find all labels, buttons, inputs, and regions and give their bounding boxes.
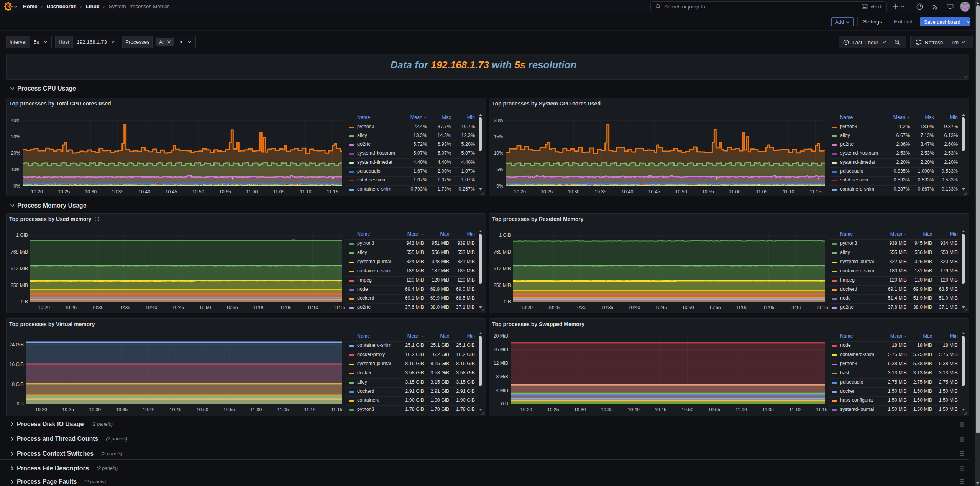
- svg-text:256 MiB: 256 MiB: [11, 283, 28, 288]
- svg-text:10:25: 10:25: [547, 407, 559, 412]
- svg-text:10:20: 10:20: [31, 189, 43, 194]
- svg-text:512 MiB: 512 MiB: [494, 266, 511, 271]
- svg-text:15%: 15%: [494, 134, 503, 140]
- svg-text:11:10: 11:10: [300, 189, 312, 194]
- svg-text:10:40: 10:40: [629, 305, 640, 310]
- svg-text:10:45: 10:45: [655, 305, 667, 310]
- svg-text:10:50: 10:50: [199, 305, 211, 310]
- svg-text:11:15: 11:15: [331, 407, 343, 412]
- svg-text:11:15: 11:15: [334, 305, 345, 310]
- svg-text:10:20: 10:20: [520, 407, 532, 412]
- svg-text:11:10: 11:10: [307, 305, 318, 310]
- svg-text:10:25: 10:25: [62, 407, 74, 412]
- svg-text:16 MiB: 16 MiB: [494, 347, 508, 352]
- svg-text:10:55: 10:55: [219, 189, 231, 194]
- svg-text:10:50: 10:50: [675, 189, 687, 194]
- svg-text:10:30: 10:30: [568, 189, 579, 194]
- svg-text:1 GiB: 1 GiB: [16, 232, 28, 238]
- svg-text:8 GiB: 8 GiB: [12, 382, 24, 387]
- svg-text:10%: 10%: [494, 150, 503, 156]
- svg-text:10:35: 10:35: [112, 189, 123, 194]
- svg-text:11:00: 11:00: [250, 407, 262, 412]
- svg-text:5%: 5%: [496, 167, 503, 172]
- svg-text:0%: 0%: [496, 183, 503, 189]
- svg-text:10:25: 10:25: [548, 305, 560, 310]
- svg-text:11:00: 11:00: [246, 189, 258, 194]
- svg-text:10:55: 10:55: [226, 305, 238, 310]
- svg-text:0 B: 0 B: [504, 299, 511, 305]
- svg-text:10:45: 10:45: [172, 305, 184, 310]
- svg-text:11:10: 11:10: [789, 407, 801, 412]
- svg-text:768 MiB: 768 MiB: [11, 249, 28, 255]
- svg-text:11:10: 11:10: [304, 407, 316, 412]
- svg-text:10:30: 10:30: [85, 189, 97, 194]
- svg-text:10:35: 10:35: [601, 407, 613, 412]
- svg-text:10:45: 10:45: [648, 189, 660, 194]
- svg-text:11:15: 11:15: [810, 189, 821, 194]
- svg-text:10:35: 10:35: [118, 305, 130, 310]
- svg-text:30%: 30%: [11, 134, 20, 140]
- svg-text:10:20: 10:20: [521, 305, 533, 310]
- svg-text:24 GiB: 24 GiB: [9, 342, 24, 348]
- svg-text:4 MiB: 4 MiB: [496, 388, 508, 393]
- svg-text:11:00: 11:00: [735, 407, 747, 412]
- svg-text:256 MiB: 256 MiB: [494, 283, 511, 288]
- svg-text:10:40: 10:40: [139, 189, 151, 194]
- svg-text:10:20: 10:20: [38, 305, 50, 310]
- svg-text:10:40: 10:40: [146, 305, 158, 310]
- svg-text:11:00: 11:00: [729, 189, 740, 194]
- svg-text:11:10: 11:10: [783, 189, 795, 194]
- svg-text:0 B: 0 B: [21, 299, 28, 305]
- svg-text:11:00: 11:00: [736, 305, 747, 310]
- svg-text:10:35: 10:35: [601, 305, 613, 310]
- svg-text:11:05: 11:05: [756, 189, 767, 194]
- svg-text:12 MiB: 12 MiB: [494, 361, 508, 366]
- svg-text:512 MiB: 512 MiB: [11, 266, 28, 271]
- svg-text:11:10: 11:10: [790, 305, 801, 310]
- svg-text:10:25: 10:25: [58, 189, 70, 194]
- svg-text:8 MiB: 8 MiB: [496, 374, 508, 379]
- svg-text:10:55: 10:55: [223, 407, 235, 412]
- svg-text:10:50: 10:50: [192, 189, 204, 194]
- svg-text:10:45: 10:45: [166, 189, 177, 194]
- svg-text:11:15: 11:15: [327, 189, 338, 194]
- svg-text:10:50: 10:50: [681, 407, 693, 412]
- svg-text:11:05: 11:05: [762, 407, 774, 412]
- svg-text:10:30: 10:30: [92, 305, 103, 310]
- svg-text:11:05: 11:05: [277, 407, 289, 412]
- svg-text:10:55: 10:55: [708, 407, 720, 412]
- svg-text:10:35: 10:35: [116, 407, 128, 412]
- svg-text:11:05: 11:05: [280, 305, 291, 310]
- svg-text:10:40: 10:40: [622, 189, 634, 194]
- svg-text:20 MiB: 20 MiB: [494, 333, 508, 339]
- svg-text:10:20: 10:20: [35, 407, 47, 412]
- svg-text:768 MiB: 768 MiB: [494, 249, 511, 255]
- svg-text:10:30: 10:30: [574, 407, 586, 412]
- svg-text:10:25: 10:25: [65, 305, 77, 310]
- svg-text:11:00: 11:00: [253, 305, 264, 310]
- svg-text:10:45: 10:45: [655, 407, 666, 412]
- svg-text:10:45: 10:45: [170, 407, 182, 412]
- svg-text:11:05: 11:05: [763, 305, 774, 310]
- svg-text:10:50: 10:50: [197, 407, 208, 412]
- svg-text:10%: 10%: [11, 167, 20, 172]
- svg-text:0 B: 0 B: [17, 401, 24, 407]
- svg-text:40%: 40%: [11, 118, 20, 123]
- svg-text:0%: 0%: [13, 183, 20, 189]
- svg-text:10:30: 10:30: [89, 407, 101, 412]
- svg-text:10:55: 10:55: [709, 305, 721, 310]
- svg-text:10:50: 10:50: [682, 305, 694, 310]
- svg-text:11:15: 11:15: [817, 305, 828, 310]
- svg-text:0 B: 0 B: [501, 401, 508, 407]
- svg-text:10:35: 10:35: [594, 189, 606, 194]
- svg-text:10:55: 10:55: [702, 189, 714, 194]
- svg-text:20%: 20%: [494, 118, 503, 123]
- svg-text:10:40: 10:40: [143, 407, 155, 412]
- svg-text:10:20: 10:20: [514, 189, 526, 194]
- svg-text:10:40: 10:40: [628, 407, 640, 412]
- svg-text:10:25: 10:25: [541, 189, 553, 194]
- svg-text:10:30: 10:30: [575, 305, 586, 310]
- svg-text:11:15: 11:15: [816, 407, 827, 412]
- svg-text:20%: 20%: [11, 150, 20, 156]
- svg-text:16 GiB: 16 GiB: [9, 362, 24, 367]
